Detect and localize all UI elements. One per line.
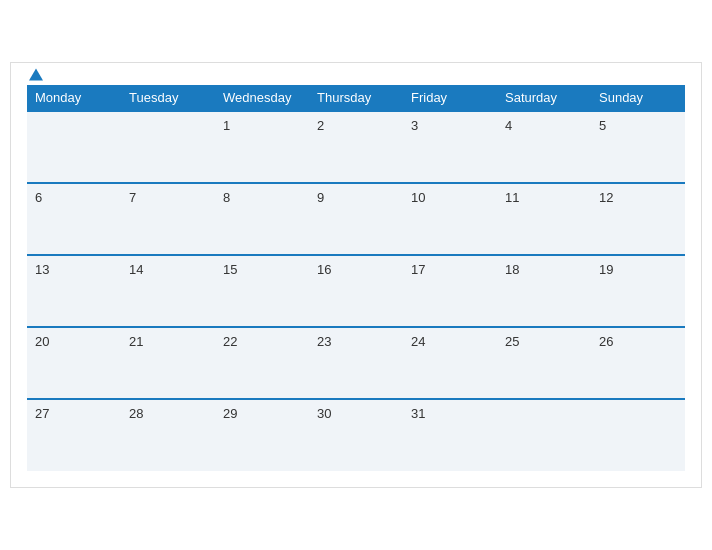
calendar-day-13: 13 xyxy=(27,255,121,327)
day-number: 6 xyxy=(35,190,42,205)
calendar-day-17: 17 xyxy=(403,255,497,327)
logo-triangle-icon xyxy=(29,69,43,81)
calendar-day-empty xyxy=(27,111,121,183)
calendar-day-5: 5 xyxy=(591,111,685,183)
day-number: 11 xyxy=(505,190,519,205)
calendar-day-7: 7 xyxy=(121,183,215,255)
day-number: 8 xyxy=(223,190,230,205)
calendar-day-15: 15 xyxy=(215,255,309,327)
weekday-header-tuesday: Tuesday xyxy=(121,85,215,111)
calendar-day-1: 1 xyxy=(215,111,309,183)
calendar-weekdays-header: MondayTuesdayWednesdayThursdayFridaySatu… xyxy=(27,85,685,111)
calendar-week-row: 20212223242526 xyxy=(27,327,685,399)
weekday-header-saturday: Saturday xyxy=(497,85,591,111)
calendar-week-row: 12345 xyxy=(27,111,685,183)
day-number: 14 xyxy=(129,262,143,277)
day-number: 9 xyxy=(317,190,324,205)
day-number: 5 xyxy=(599,118,606,133)
weekday-header-sunday: Sunday xyxy=(591,85,685,111)
weekday-header-wednesday: Wednesday xyxy=(215,85,309,111)
day-number: 3 xyxy=(411,118,418,133)
day-number: 31 xyxy=(411,406,425,421)
weekday-header-thursday: Thursday xyxy=(309,85,403,111)
day-number: 4 xyxy=(505,118,512,133)
day-number: 19 xyxy=(599,262,613,277)
logo xyxy=(27,69,43,82)
calendar-day-31: 31 xyxy=(403,399,497,471)
day-number: 2 xyxy=(317,118,324,133)
day-number: 16 xyxy=(317,262,331,277)
calendar-day-23: 23 xyxy=(309,327,403,399)
calendar-day-28: 28 xyxy=(121,399,215,471)
day-number: 23 xyxy=(317,334,331,349)
day-number: 15 xyxy=(223,262,237,277)
calendar-week-row: 2728293031 xyxy=(27,399,685,471)
calendar-day-25: 25 xyxy=(497,327,591,399)
calendar-day-24: 24 xyxy=(403,327,497,399)
calendar-day-18: 18 xyxy=(497,255,591,327)
calendar: MondayTuesdayWednesdayThursdayFridaySatu… xyxy=(10,62,702,488)
day-number: 12 xyxy=(599,190,613,205)
calendar-day-4: 4 xyxy=(497,111,591,183)
day-number: 1 xyxy=(223,118,230,133)
day-number: 17 xyxy=(411,262,425,277)
calendar-day-9: 9 xyxy=(309,183,403,255)
calendar-body: 1234567891011121314151617181920212223242… xyxy=(27,111,685,471)
logo-blue-text xyxy=(27,69,43,82)
day-number: 18 xyxy=(505,262,519,277)
calendar-table: MondayTuesdayWednesdayThursdayFridaySatu… xyxy=(27,85,685,471)
day-number: 7 xyxy=(129,190,136,205)
weekday-header-monday: Monday xyxy=(27,85,121,111)
calendar-day-16: 16 xyxy=(309,255,403,327)
day-number: 30 xyxy=(317,406,331,421)
day-number: 22 xyxy=(223,334,237,349)
day-number: 27 xyxy=(35,406,49,421)
calendar-day-empty xyxy=(121,111,215,183)
calendar-day-26: 26 xyxy=(591,327,685,399)
calendar-day-30: 30 xyxy=(309,399,403,471)
day-number: 28 xyxy=(129,406,143,421)
calendar-day-22: 22 xyxy=(215,327,309,399)
day-number: 13 xyxy=(35,262,49,277)
day-number: 20 xyxy=(35,334,49,349)
calendar-week-row: 13141516171819 xyxy=(27,255,685,327)
calendar-day-20: 20 xyxy=(27,327,121,399)
calendar-day-empty xyxy=(591,399,685,471)
calendar-day-empty xyxy=(497,399,591,471)
weekday-row: MondayTuesdayWednesdayThursdayFridaySatu… xyxy=(27,85,685,111)
calendar-day-2: 2 xyxy=(309,111,403,183)
calendar-day-12: 12 xyxy=(591,183,685,255)
day-number: 21 xyxy=(129,334,143,349)
day-number: 26 xyxy=(599,334,613,349)
calendar-day-8: 8 xyxy=(215,183,309,255)
calendar-day-14: 14 xyxy=(121,255,215,327)
calendar-day-29: 29 xyxy=(215,399,309,471)
day-number: 29 xyxy=(223,406,237,421)
calendar-day-11: 11 xyxy=(497,183,591,255)
calendar-day-6: 6 xyxy=(27,183,121,255)
calendar-day-10: 10 xyxy=(403,183,497,255)
day-number: 25 xyxy=(505,334,519,349)
calendar-day-21: 21 xyxy=(121,327,215,399)
calendar-week-row: 6789101112 xyxy=(27,183,685,255)
day-number: 24 xyxy=(411,334,425,349)
calendar-day-27: 27 xyxy=(27,399,121,471)
calendar-day-19: 19 xyxy=(591,255,685,327)
calendar-day-3: 3 xyxy=(403,111,497,183)
day-number: 10 xyxy=(411,190,425,205)
weekday-header-friday: Friday xyxy=(403,85,497,111)
